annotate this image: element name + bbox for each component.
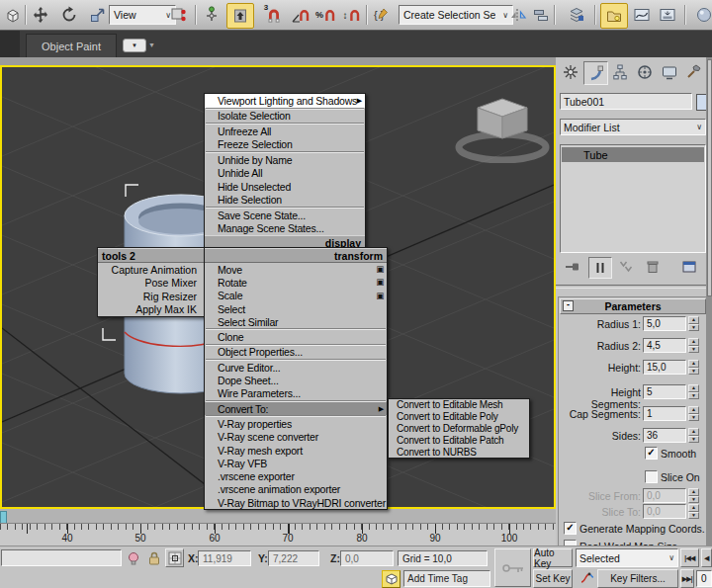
x-coordinate-field[interactable]: 11,919 <box>198 550 251 566</box>
menu-item-convert-editable-patch[interactable]: Convert to Editable Patch <box>389 434 529 446</box>
settings-box-icon[interactable]: ▣ <box>376 277 384 287</box>
parameters-rollout-header[interactable]: Parameters <box>560 298 706 314</box>
menu-item-convert-editable-poly[interactable]: Convert to Editable Poly <box>389 411 529 423</box>
named-selection-sets-icon[interactable]: { } <box>371 3 393 27</box>
menu-item-scale[interactable]: Scale▣ <box>205 290 387 302</box>
tab-motion[interactable] <box>633 61 656 83</box>
percent-snap-toggle-icon[interactable]: % <box>314 3 338 27</box>
menu-item-clone[interactable]: Clone <box>205 330 387 343</box>
auto-key-button[interactable]: Auto Key <box>533 548 573 567</box>
height-segments-field[interactable]: 5 <box>643 384 686 399</box>
angle-snap-toggle-icon[interactable] <box>289 3 312 27</box>
isolate-selection-toggle[interactable] <box>382 570 400 588</box>
snap-toggle-3d-icon[interactable]: 3 <box>260 3 286 27</box>
configure-modifier-sets-icon[interactable] <box>678 257 700 277</box>
pin-stack-icon[interactable] <box>562 257 583 277</box>
select-manipulate-icon[interactable] <box>201 3 222 27</box>
radius1-spinner[interactable]: ▲▼ <box>688 316 699 331</box>
add-time-tag-field[interactable]: Add Time Tag <box>403 570 490 587</box>
menu-item-viewport-lighting-and-shadows[interactable]: Viewport Lighting and Shadows ▶ <box>205 94 365 108</box>
menu-item-save-scene-state[interactable]: Save Scene State... <box>205 209 365 222</box>
keyboard-shortcut-key-button[interactable] <box>494 548 531 587</box>
menu-item-pose-mixer[interactable]: Pose Mixer <box>98 277 205 291</box>
menu-item-vray-properties[interactable]: V-Ray properties <box>205 417 387 430</box>
panel-scrollbar[interactable] <box>706 57 712 546</box>
menu-item-wire-parameters[interactable]: Wire Parameters... <box>205 387 387 400</box>
height-field[interactable]: 15,0 <box>643 360 686 375</box>
sides-field[interactable]: 36 <box>643 428 686 443</box>
settings-box-icon[interactable]: ▣ <box>376 291 384 300</box>
tab-modify[interactable] <box>583 61 608 85</box>
current-frame-field[interactable]: 0 <box>696 570 712 587</box>
reference-coordinate-dropdown[interactable]: View ∨ <box>109 5 176 25</box>
radius2-field[interactable]: 4,5 <box>643 338 686 353</box>
menu-item-select[interactable]: Select <box>205 302 387 315</box>
prompt-line-field[interactable] <box>1 549 122 566</box>
set-key-button[interactable]: Set Key <box>533 569 573 588</box>
timeline-ruler[interactable]: 40 50 60 70 80 90 100 <box>0 523 556 546</box>
menu-item-select-similar[interactable]: Select Similar <box>205 315 387 328</box>
menu-item-rotate[interactable]: Rotate▣ <box>205 276 387 289</box>
select-scale-icon[interactable] <box>87 3 109 27</box>
menu-item-manage-scene-states[interactable]: Manage Scene States... <box>205 222 365 236</box>
menu-item-unhide-all[interactable]: Unhide All <box>205 167 365 181</box>
previous-frame-button[interactable]: ◀ <box>701 548 712 567</box>
tab-create[interactable] <box>559 61 581 83</box>
generate-mapping-checkbox[interactable]: ✓ <box>564 522 577 535</box>
menu-item-vray-vfb[interactable]: V-Ray VFB <box>205 457 387 469</box>
select-move-icon[interactable] <box>30 3 51 27</box>
slice-on-checkbox[interactable] <box>645 470 658 483</box>
modifier-list-dropdown[interactable]: Modifier List ∨ <box>560 119 706 135</box>
curve-editor-icon[interactable] <box>631 3 653 27</box>
material-editor-icon[interactable] <box>691 3 712 27</box>
tab-utilities[interactable] <box>682 61 705 83</box>
modifier-stack[interactable]: Tube <box>560 144 706 253</box>
viewcube[interactable] <box>448 86 556 163</box>
select-rotate-icon[interactable] <box>58 3 80 27</box>
tab-hierarchy[interactable] <box>608 61 631 83</box>
selection-lock-icon[interactable] <box>145 549 163 567</box>
z-coordinate-field[interactable]: 0,0 <box>340 550 394 566</box>
make-unique-icon[interactable] <box>615 257 637 277</box>
menu-item-apply-max-ik[interactable]: Apply Max IK <box>98 303 205 317</box>
menu-item-convert-deformable-gpoly[interactable]: Convert to Deformable gPoly <box>389 423 529 435</box>
remove-modifier-icon[interactable] <box>642 257 664 277</box>
menu-item-capture-animation[interactable]: Capture Animation <box>98 263 205 277</box>
cap-segments-spinner[interactable]: ▲▼ <box>688 406 699 421</box>
key-mode-toggle-button[interactable]: ▶▶| <box>680 569 694 588</box>
tab-object-paint[interactable]: Object Paint <box>26 34 117 59</box>
named-selection-set-dropdown[interactable]: Create Selection Se ∨ <box>399 5 513 25</box>
stack-item-tube[interactable]: Tube <box>562 147 704 162</box>
height-spinner[interactable]: ▲▼ <box>688 360 699 375</box>
cap-segments-field[interactable]: 1 <box>643 406 686 421</box>
key-filters-button[interactable]: Key Filters... <box>597 569 678 588</box>
menu-item-freeze-selection[interactable]: Freeze Selection <box>205 138 365 152</box>
menu-item-vray-scene-converter[interactable]: V-Ray scene converter <box>205 431 387 444</box>
menu-item-curve-editor[interactable]: Curve Editor... <box>205 361 387 374</box>
menu-item-convert-editable-mesh[interactable]: Convert to Editable Mesh <box>389 399 529 411</box>
menu-item-dope-sheet[interactable]: Dope Sheet... <box>205 374 387 386</box>
menu-item-vrscene-animation-exporter[interactable]: .vrscene animation exporter <box>205 483 387 496</box>
selection-filter-dropdown[interactable]: Selected ∨ <box>576 548 678 567</box>
panel-scrollbar-thumb[interactable] <box>707 59 712 296</box>
align-icon[interactable] <box>530 3 552 27</box>
select-object-icon[interactable] <box>2 3 24 27</box>
ribbon-minimize-button[interactable]: ▼ <box>123 39 146 52</box>
spinner-snap-toggle-icon[interactable]: ↕ <box>340 3 364 27</box>
schematic-view-icon[interactable] <box>657 3 678 27</box>
use-pivot-center-icon[interactable] <box>168 3 190 27</box>
keyboard-override-toggle[interactable] <box>226 3 254 29</box>
smooth-checkbox[interactable]: ✓ <box>645 447 658 460</box>
radius1-field[interactable]: 5,0 <box>643 316 686 331</box>
menu-item-rig-resizer[interactable]: Rig Resizer <box>98 290 205 303</box>
set-key-filters-curve-icon[interactable] <box>579 570 595 586</box>
menu-item-vray-bitmap-converter[interactable]: V-Ray Bitmap to VRayHDRI converter <box>205 496 387 509</box>
menu-item-move[interactable]: Move▣ <box>205 263 387 276</box>
absolute-offset-toggle[interactable] <box>165 548 184 567</box>
manage-layers-icon[interactable] <box>564 3 589 27</box>
menu-item-object-properties[interactable]: Object Properties... <box>205 346 387 359</box>
y-coordinate-field[interactable]: 7,222 <box>268 550 319 566</box>
tab-display[interactable] <box>658 61 680 83</box>
menu-item-vray-mesh-export[interactable]: V-Ray mesh export <box>205 444 387 457</box>
menu-item-hide-selection[interactable]: Hide Selection <box>205 194 365 208</box>
